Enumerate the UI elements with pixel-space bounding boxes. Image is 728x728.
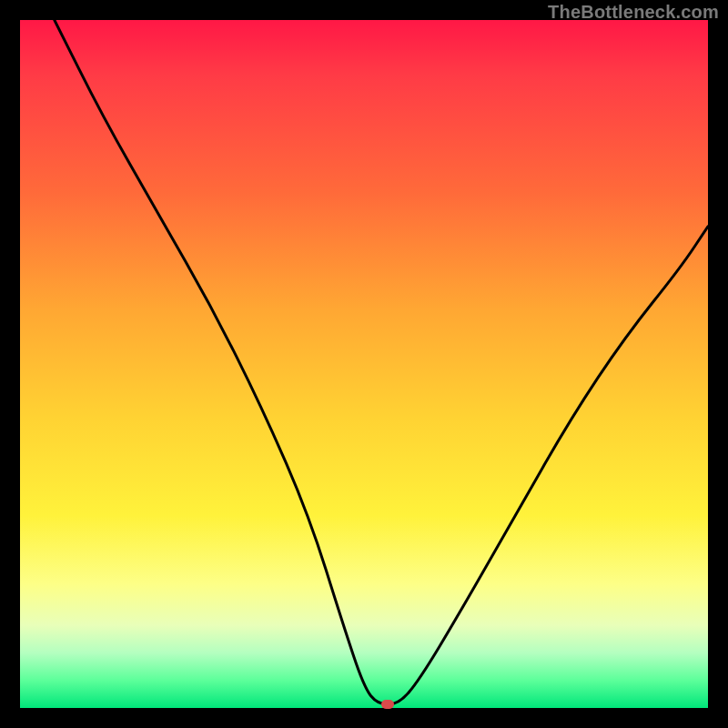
curve-minimum-marker: [381, 700, 394, 709]
plot-area: [20, 20, 708, 708]
bottleneck-curve: [20, 20, 708, 708]
chart-frame: TheBottleneck.com: [0, 0, 728, 728]
